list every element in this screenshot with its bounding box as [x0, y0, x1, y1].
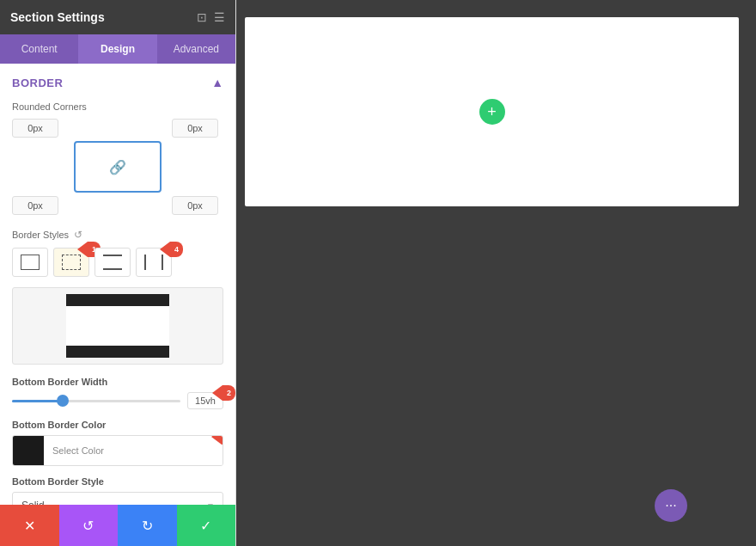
canvas-section: + — [245, 17, 739, 206]
badge-4-wrapper: 4 — [160, 242, 183, 257]
rounded-corners-label: Rounded Corners — [12, 101, 223, 112]
color-swatch[interactable] — [13, 436, 44, 465]
panel-header: Section Settings ⊡ ☰ — [0, 0, 235, 34]
border-styles-reset-icon[interactable]: ↺ — [74, 229, 82, 241]
slider-thumb[interactable] — [57, 395, 69, 407]
collapse-icon[interactable]: ▲ — [211, 76, 223, 89]
bottom-border-width-label: Bottom Border Width — [12, 377, 223, 387]
slider-fill — [12, 400, 63, 402]
badge-4-label: 4 — [170, 242, 183, 257]
badge-3-wrapper: 3 — [211, 435, 223, 445]
border-style-horizontal[interactable] — [94, 248, 131, 277]
corner-center-box: 🔗 — [74, 141, 162, 193]
corner-top-left[interactable] — [12, 119, 58, 138]
close-icon[interactable]: ☰ — [214, 10, 225, 24]
border-visual-preview — [12, 287, 223, 365]
link-corners-icon[interactable]: 🔗 — [109, 159, 126, 175]
border-style-options: 1 4 — [12, 248, 223, 277]
corner-bottom-right[interactable] — [172, 196, 218, 215]
badge-4-arrow — [160, 242, 170, 257]
expand-icon[interactable]: ⊡ — [197, 10, 207, 24]
panel-title: Section Settings — [10, 10, 105, 24]
tab-advanced[interactable]: Advanced — [157, 34, 235, 64]
badge-2-label: 2 — [223, 385, 235, 401]
slider-value-box: 2 — [187, 392, 223, 409]
border-style-all[interactable]: 1 — [53, 248, 89, 277]
bottom-border-color-label: Bottom Border Color — [12, 420, 223, 430]
border-styles-label: Border Styles — [12, 230, 69, 240]
slider-track[interactable] — [12, 400, 180, 402]
corner-bottom-left[interactable] — [12, 196, 58, 215]
bottom-border-style-label: Bottom Border Style — [12, 476, 223, 487]
border-none-preview — [21, 255, 40, 270]
tab-design[interactable]: Design — [78, 34, 156, 64]
corner-top-right[interactable] — [172, 119, 218, 138]
more-options-button[interactable]: ··· — [655, 489, 687, 522]
rounded-corners-grid: 🔗 — [12, 119, 223, 215]
border-styles-header: Border Styles ↺ — [12, 229, 223, 241]
confirm-button[interactable]: ✓ — [177, 505, 236, 546]
cancel-button[interactable]: ✕ — [0, 505, 59, 546]
header-icons: ⊡ ☰ — [197, 10, 225, 24]
border-section-header: Border ▲ — [12, 76, 223, 89]
settings-panel: Section Settings ⊡ ☰ Content Design Adva… — [0, 0, 236, 546]
border-style-vertical[interactable]: 4 — [136, 248, 172, 277]
border-visual-inner — [66, 294, 169, 358]
border-section-title: Border — [12, 77, 63, 89]
add-section-button[interactable]: + — [479, 99, 505, 125]
color-select-label[interactable]: Select Color — [44, 436, 223, 465]
badge-3-label: 3 — [222, 435, 223, 445]
tab-content[interactable]: Content — [0, 34, 78, 64]
dark-section: ··· — [236, 212, 756, 546]
canvas-area: + ··· — [236, 0, 756, 546]
badge-2-arrow — [212, 385, 223, 401]
border-style-none[interactable] — [12, 248, 48, 277]
badge-3-arrow — [211, 435, 222, 445]
tabs-bar: Content Design Advanced — [0, 34, 235, 64]
border-horizontal-preview — [103, 255, 122, 270]
slider-row: 2 — [12, 392, 223, 409]
redo-button[interactable]: ↻ — [118, 505, 177, 546]
color-row[interactable]: Select Color 3 — [12, 435, 223, 466]
panel-content: Border ▲ Rounded Corners 🔗 Border Styles… — [0, 64, 235, 546]
reset-button[interactable]: ↺ — [59, 505, 119, 546]
badge-1-arrow — [77, 242, 88, 257]
badge-2-wrapper: 2 — [212, 385, 235, 401]
bottom-bar: ✕ ↺ ↻ ✓ — [0, 505, 235, 546]
